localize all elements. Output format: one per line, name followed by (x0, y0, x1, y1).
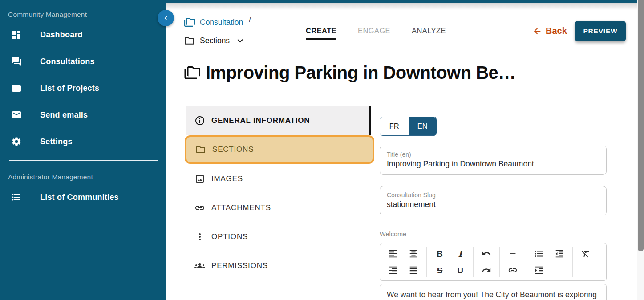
language-en-button[interactable]: EN (409, 117, 437, 135)
toolbar-row (385, 247, 422, 260)
info-icon (194, 115, 205, 126)
undo-icon (482, 249, 491, 259)
sidebar-nav-admin: List of Communities (0, 184, 166, 211)
toolbar-group (573, 247, 599, 277)
editor-underline-button[interactable]: U (452, 264, 469, 276)
tab-analyze[interactable]: ANALYZE (412, 27, 446, 40)
sidebar-item-label: Settings (40, 137, 73, 146)
tab-create[interactable]: CREATE (306, 27, 336, 40)
sidebar-item-label: Dashboard (40, 30, 83, 40)
editor-content[interactable]: We want to hear from you! The City of Be… (380, 284, 607, 300)
editor-indent-decrease-button[interactable] (551, 247, 568, 260)
toolbar-group (526, 247, 573, 277)
toolbar-row (504, 264, 521, 276)
section-nav-label: OPTIONS (211, 232, 248, 241)
sidebar-divider (9, 160, 158, 161)
back-label: Back (546, 26, 567, 36)
editor-insert-link-button[interactable] (504, 264, 521, 276)
sidebar-collapse-button[interactable] (158, 10, 174, 26)
editor-italic-button[interactable]: I (452, 247, 469, 260)
vertical-scrollbar (637, 0, 644, 300)
sidebar-item-list-of-communities[interactable]: List of Communities (0, 184, 166, 211)
sidebar-item-consultations[interactable]: Consultations (0, 48, 166, 75)
section-nav-item-sections[interactable]: SECTIONS (185, 135, 374, 164)
section-nav-label: GENERAL INFORMATION (211, 116, 310, 125)
title-field[interactable]: Title (en) Improving Parking in Downtown… (380, 146, 607, 175)
welcome-label: Welcome (380, 231, 607, 238)
editor-strikethrough-button[interactable]: S (431, 264, 448, 276)
editor-horizontal-rule-button[interactable] (504, 247, 521, 260)
breadcrumb: Consultation / Sections (184, 16, 251, 47)
toolbar-group (500, 247, 526, 277)
slug-field-value[interactable]: stationnement (387, 200, 599, 209)
link-icon (194, 203, 205, 213)
toolbar-row (531, 264, 568, 276)
kebab-icon (194, 231, 205, 242)
editor-toolbar: BISU (380, 243, 607, 281)
section-nav-item-images[interactable]: IMAGES (186, 164, 371, 193)
sidebar-item-send-emails[interactable]: Send emails (0, 101, 166, 128)
folder-copy-icon (184, 17, 195, 28)
editor-align-center-button[interactable] (405, 247, 422, 260)
align-center-icon (409, 249, 418, 259)
section-nav: GENERAL INFORMATIONSECTIONSIMAGESATTACHM… (186, 106, 371, 280)
breadcrumb-parent[interactable]: Consultation / (184, 16, 251, 28)
editor-list-bulleted-button[interactable] (531, 247, 547, 260)
editor-bold-button[interactable]: B (431, 247, 448, 260)
redo-icon (482, 265, 491, 275)
sidebar-item-list-of-projects[interactable]: List of Projects (0, 75, 166, 101)
arrow-left-icon (532, 26, 542, 36)
folder-icon (184, 35, 195, 46)
main-tabs: CREATEENGAGEANALYZE (306, 27, 446, 40)
preview-button[interactable]: PREVIEW (575, 21, 626, 41)
back-button[interactable]: Back (532, 26, 567, 36)
chevron-down-icon[interactable] (235, 35, 246, 46)
italic-icon: I (458, 250, 462, 258)
section-nav-item-attachments[interactable]: ATTACHMENTS (186, 193, 371, 222)
section-nav-label: SECTIONS (212, 145, 254, 154)
top-shadow (166, 3, 644, 10)
editor-align-justify-button[interactable] (405, 264, 422, 276)
dashboard-icon (11, 29, 22, 40)
toolbar-row (504, 247, 521, 260)
slug-field[interactable]: Consultation Slug stationnement (380, 186, 607, 215)
section-nav-item-options[interactable]: OPTIONS (186, 222, 371, 251)
editor-format-clear-button[interactable] (577, 247, 594, 260)
toolbar-row: SU (431, 264, 469, 276)
editor-align-left-button[interactable] (385, 247, 401, 260)
sidebar-item-dashboard[interactable]: Dashboard (0, 21, 166, 48)
mail-icon (11, 109, 22, 120)
toolbar-row: BI (431, 247, 469, 260)
toolbar-row (478, 264, 495, 276)
list-bulleted-icon (534, 249, 544, 259)
editor-redo-button[interactable] (478, 264, 495, 276)
toolbar-row (531, 247, 568, 260)
breadcrumb-parent-label[interactable]: Consultation (200, 18, 243, 27)
title-field-value[interactable]: Improving Parking in Downtown Beaumont (387, 159, 599, 169)
sidebar: Community Management DashboardConsultati… (0, 0, 166, 300)
strikethrough-icon: S (437, 266, 443, 275)
section-nav-label: PERMISSIONS (211, 261, 268, 270)
format-clear-icon (581, 249, 591, 259)
editor-undo-button[interactable] (478, 247, 495, 260)
page-title-text: Improving Parking in Downtown Be… (206, 63, 516, 83)
language-fr-button[interactable]: FR (380, 117, 409, 135)
section-nav-item-general-information[interactable]: GENERAL INFORMATION (186, 106, 371, 135)
gear-icon (11, 136, 22, 147)
indent-increase-icon (534, 265, 544, 275)
scrollbar-thumb[interactable] (638, 0, 644, 251)
page-title: Improving Parking in Downtown Be… (184, 63, 516, 83)
align-left-icon (388, 249, 398, 259)
tab-engage[interactable]: ENGAGE (358, 27, 390, 40)
sidebar-item-settings[interactable]: Settings (0, 128, 166, 155)
breadcrumb-current-label: Sections (200, 36, 230, 45)
sidebar-item-label: List of Projects (40, 84, 99, 93)
breadcrumb-current[interactable]: Sections (184, 34, 251, 47)
toolbar-row (577, 264, 594, 276)
folder-outline-icon (195, 144, 206, 155)
language-toggle: FREN (380, 117, 437, 136)
editor-align-right-button[interactable] (385, 264, 401, 276)
indent-decrease-icon (555, 249, 564, 259)
editor-indent-increase-button[interactable] (531, 264, 547, 276)
section-nav-item-permissions[interactable]: PERMISSIONS (186, 251, 371, 280)
